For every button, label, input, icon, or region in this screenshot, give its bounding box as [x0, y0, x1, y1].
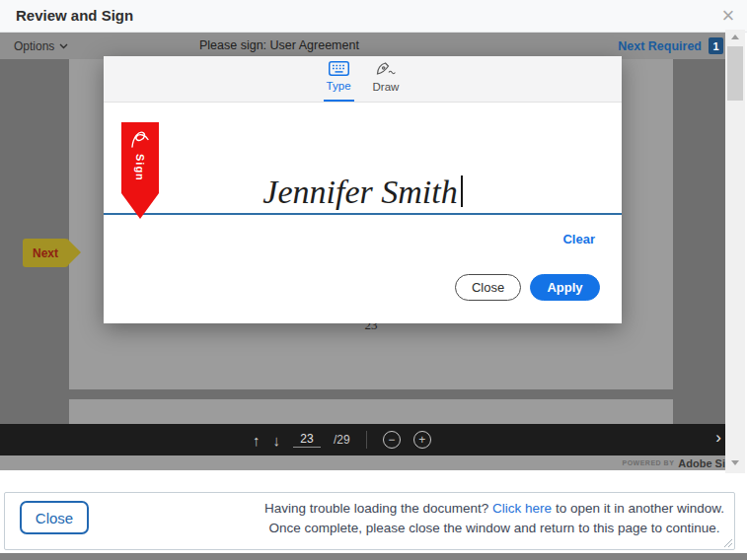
next-required-label: Next Required — [618, 39, 702, 53]
signature-dialog-footer: Clear Close Apply — [104, 215, 622, 319]
scroll-up-icon[interactable] — [731, 35, 739, 39]
viewer-bottom-toolbar: ↑ ↓ /29 − + › — [0, 424, 725, 455]
close-icon[interactable]: × — [717, 2, 739, 30]
help-text-before: Having trouble loading the document? — [264, 501, 492, 516]
brand-name: Adobe Si — [678, 457, 725, 469]
powered-by-strip: POWERED BY Adobe Si — [0, 455, 725, 470]
previous-page-icon[interactable]: ↑ — [253, 433, 261, 448]
page-navigation: ↑ ↓ /29 − + — [253, 424, 431, 455]
page-number-input[interactable] — [293, 432, 321, 448]
help-message: Having trouble loading the document? Cli… — [264, 499, 724, 538]
signature-apply-button[interactable]: Apply — [530, 274, 600, 301]
keyboard-icon — [329, 61, 349, 76]
tab-type-label: Type — [327, 80, 351, 92]
next-tag-label: Next — [23, 239, 68, 267]
page-total-label: /29 — [334, 433, 350, 447]
signature-value: Jennifer Smith — [262, 174, 457, 210]
pen-icon — [375, 61, 397, 77]
document-next-page — [69, 399, 673, 424]
typed-signature[interactable]: Jennifer Smith — [104, 174, 622, 211]
signature-close-button[interactable]: Close — [455, 274, 521, 301]
adobe-logo-icon — [129, 128, 151, 152]
powered-by-label: POWERED BY — [622, 459, 674, 466]
signature-dialog: Type Draw Sign — [104, 56, 622, 323]
tab-draw-label: Draw — [373, 81, 400, 93]
options-menu[interactable]: Options — [14, 33, 68, 59]
click-here-link[interactable]: Click here — [492, 501, 552, 516]
resize-grip-icon[interactable] — [722, 537, 733, 548]
review-and-sign-window: Review and Sign × Options Please sign: U… — [0, 0, 747, 560]
zoom-in-icon[interactable]: + — [413, 431, 431, 449]
sign-toolbar: Options Please sign: User Agreement Next… — [0, 33, 725, 59]
tab-type[interactable]: Type — [324, 55, 354, 102]
help-text-after: to open it in another window. — [552, 501, 724, 516]
window-title: Review and Sign — [16, 0, 133, 32]
vertical-scrollbar[interactable] — [725, 30, 745, 473]
next-field-tag[interactable]: Next — [23, 239, 68, 267]
next-required-count-badge: 1 — [709, 37, 723, 54]
scroll-down-icon[interactable] — [731, 460, 739, 465]
signature-tab-bar: Type Draw — [104, 56, 622, 103]
clear-link[interactable]: Clear — [562, 232, 595, 246]
window-bottom-edge — [0, 553, 747, 560]
toolbar-divider — [366, 431, 367, 449]
help-line2: Once complete, please close the window a… — [268, 521, 719, 535]
signature-input-area[interactable]: Sign Jennifer Smith — [104, 103, 622, 215]
host-page-footer: Close Having trouble loading the documen… — [4, 492, 735, 550]
toolbar-expand-chevron-icon[interactable]: › — [715, 428, 721, 448]
chevron-down-icon — [59, 43, 68, 49]
scrollbar-thumb[interactable] — [727, 46, 743, 101]
text-cursor — [461, 175, 463, 207]
window-title-bar: Review and Sign × — [0, 0, 747, 33]
active-tab-underline — [324, 100, 354, 102]
footer-close-button[interactable]: Close — [20, 501, 89, 534]
next-page-icon[interactable]: ↓ — [273, 433, 281, 448]
next-required-control[interactable]: Next Required 1 — [618, 33, 723, 59]
tab-draw[interactable]: Draw — [370, 55, 403, 102]
zoom-out-icon[interactable]: − — [383, 431, 401, 449]
next-tag-arrow — [67, 239, 81, 266]
options-label: Options — [14, 39, 54, 53]
